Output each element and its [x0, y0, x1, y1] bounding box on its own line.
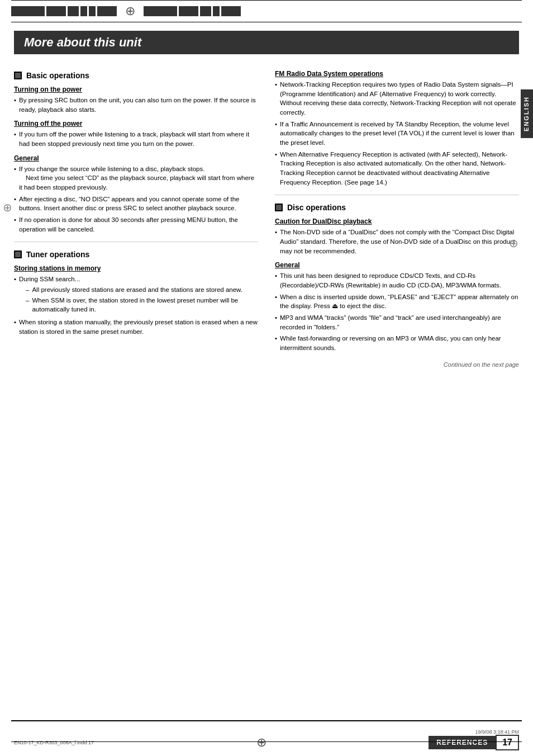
page-number: 17	[496, 735, 519, 750]
tuner-operations-title: Tuner operations	[26, 250, 89, 259]
footer-filename: EN10-17_KD-R303_006A_f.indd 17	[14, 740, 94, 745]
caution-dualdisc-list: The Non-DVD side of a “DualDisc” does no…	[275, 228, 519, 256]
basic-general-item-2: After ejecting a disc, “NO DISC” appears…	[14, 195, 258, 213]
compass-bottom: ⊕	[256, 735, 266, 750]
tuner-operations-icon	[14, 251, 22, 258]
bar-block-2	[46, 6, 66, 16]
top-decorative-bar: ⊕	[0, 1, 533, 22]
english-tab: ENGLISH	[521, 89, 533, 138]
disc-operations-header: Disc operations	[275, 203, 519, 212]
disc-operations-title: Disc operations	[287, 203, 346, 212]
disc-general-item-1: This unit has been designed to reproduce…	[275, 271, 519, 290]
right-column: FM Radio Data System operations Network-…	[275, 64, 519, 371]
bar-block-9	[200, 6, 211, 16]
references-badge: REFERENCES	[429, 736, 496, 749]
fm-radio-item-3: When Alternative Frequency Reception is …	[275, 150, 519, 187]
basic-operations-icon	[14, 72, 22, 79]
bar-block-4	[80, 6, 87, 16]
basic-operations-title: Basic operations	[26, 71, 89, 80]
compass-symbol-top: ⊕	[125, 4, 135, 18]
turning-off-item-1: If you turn off the power while listenin…	[14, 130, 258, 148]
compass-right: ⊕	[509, 237, 518, 250]
turning-off-heading: Turning off the power	[14, 120, 258, 127]
storing-stations-heading: Storing stations in memory	[14, 264, 258, 272]
fm-radio-item-1: Network-Tracking Reception requires two …	[275, 80, 519, 117]
basic-general-heading: General	[14, 154, 258, 162]
disc-general-item-4: While fast-forwarding or reversing on an…	[275, 334, 519, 352]
storing-stations-list: During SSM search... All previously stor…	[14, 275, 258, 336]
basic-operations-header: Basic operations	[14, 71, 258, 80]
bar-block-11	[221, 6, 241, 16]
main-content: ENGLISH More about this unit Basic opera…	[0, 22, 533, 379]
bar-block-8	[179, 6, 198, 16]
bottom-rule	[11, 720, 522, 721]
fm-radio-title: FM Radio Data System operations	[275, 70, 519, 78]
ssm-sub-list: All previously stored stations are erase…	[26, 285, 258, 314]
compass-left: ⊕	[3, 201, 12, 214]
ssm-sub-item-2: When SSM is over, the station stored in …	[26, 296, 258, 314]
turning-on-heading: Turning on the power	[14, 86, 258, 93]
right-divider	[275, 195, 519, 195]
bar-block-6	[97, 6, 117, 16]
fm-radio-list: Network-Tracking Reception requires two …	[275, 80, 519, 187]
storing-stations-item-1: During SSM search... All previously stor…	[14, 275, 258, 315]
footer-date: 19/9/08 3:18:41 PM	[475, 729, 519, 735]
bar-block-1	[11, 6, 45, 16]
disc-general-heading: General	[275, 261, 519, 269]
bottom-border-line	[11, 741, 522, 742]
storing-stations-item-2: When storing a station manually, the pre…	[14, 318, 258, 336]
footer: EN10-17_KD-R303_006A_f.indd 17 ⊕ REFEREN…	[0, 735, 533, 750]
disc-general-list: This unit has been designed to reproduce…	[275, 271, 519, 352]
two-column-layout: Basic operations Turning on the power By…	[14, 64, 519, 371]
turning-on-list: By pressing SRC button on the unit, you …	[14, 96, 258, 114]
basic-general-item-3: If no operation is done for about 30 sec…	[14, 215, 258, 234]
basic-general-item-1: If you change the source while listening…	[14, 164, 258, 192]
basic-general-list: If you change the source while listening…	[14, 164, 258, 234]
ssm-sub-item-1: All previously stored stations are erase…	[26, 285, 258, 294]
bar-block-7	[144, 6, 177, 16]
bar-block-5	[89, 6, 96, 16]
continued-text: Continued on the next page	[275, 361, 519, 368]
turning-on-item-1: By pressing SRC button on the unit, you …	[14, 96, 258, 114]
disc-general-item-2: When a disc is inserted upside down, “PL…	[275, 292, 519, 311]
caution-dualdisc-heading: Caution for DualDisc playback	[275, 218, 519, 225]
turning-off-list: If you turn off the power while listenin…	[14, 130, 258, 148]
disc-operations-icon	[275, 204, 283, 211]
bar-block-3	[68, 6, 79, 16]
fm-radio-item-2: If a Traffic Announcement is received by…	[275, 120, 519, 148]
page-title: More about this unit	[14, 31, 519, 54]
left-column: Basic operations Turning on the power By…	[14, 64, 258, 371]
bar-block-10	[213, 6, 220, 16]
caution-dualdisc-item-1: The Non-DVD side of a “DualDisc” does no…	[275, 228, 519, 256]
disc-general-item-3: MP3 and WMA “tracks” (words “file” and “…	[275, 313, 519, 332]
footer-right: REFERENCES 17	[429, 735, 519, 750]
left-divider	[14, 242, 258, 242]
tuner-operations-header: Tuner operations	[14, 250, 258, 259]
